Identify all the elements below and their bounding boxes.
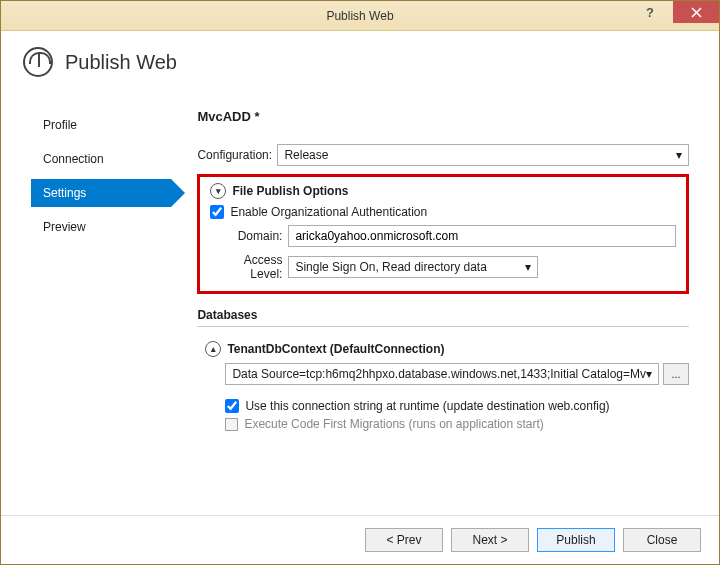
connection-string-value: Data Source=tcp:h6mq2hhpxo.database.wind… (232, 367, 646, 381)
exec-migrations-input[interactable] (225, 418, 238, 431)
access-level-value: Single Sign On, Read directory data (295, 260, 486, 274)
chevron-down-icon: ▾ (676, 148, 682, 162)
close-window-button[interactable] (673, 1, 719, 23)
db-context-name: TenantDbContext (DefaultConnection) (227, 342, 444, 356)
expand-icon[interactable]: ▴ (205, 341, 221, 357)
domain-label: Domain: (210, 229, 288, 243)
close-button[interactable]: Close (623, 528, 701, 552)
access-level-combo[interactable]: Single Sign On, Read directory data ▾ (288, 256, 538, 278)
enable-org-auth-input[interactable] (210, 205, 224, 219)
enable-org-auth-checkbox[interactable]: Enable Organizational Authentication (210, 205, 676, 219)
configuration-combo[interactable]: Release ▾ (277, 144, 689, 166)
access-level-label: Access Level: (210, 253, 288, 281)
collapse-icon[interactable]: ▾ (210, 183, 226, 199)
file-publish-options-group: ▾ File Publish Options Enable Organizati… (197, 174, 689, 294)
next-button[interactable]: Next > (451, 528, 529, 552)
sidebar-nav: Profile Connection Settings Preview (1, 91, 177, 515)
connection-string-combo[interactable]: Data Source=tcp:h6mq2hhpxo.database.wind… (225, 363, 659, 385)
use-connection-input[interactable] (225, 399, 239, 413)
file-publish-options-title: File Publish Options (232, 184, 348, 198)
close-icon (691, 7, 702, 18)
configuration-label: Configuration: (197, 148, 277, 162)
dialog-title: Publish Web (65, 51, 177, 74)
sidebar-item-profile[interactable]: Profile (31, 111, 177, 139)
sidebar-item-connection[interactable]: Connection (31, 145, 177, 173)
publish-web-dialog: Publish Web ? Publish Web Profile Connec… (0, 0, 720, 565)
sidebar-item-preview[interactable]: Preview (31, 213, 177, 241)
help-button[interactable]: ? (627, 1, 673, 23)
exec-migrations-label: Execute Code First Migrations (runs on a… (244, 417, 543, 431)
configuration-value: Release (284, 148, 328, 162)
chevron-down-icon: ▾ (646, 367, 652, 381)
exec-migrations-checkbox[interactable]: Execute Code First Migrations (runs on a… (225, 417, 689, 431)
connection-string-browse-button[interactable]: ... (663, 363, 689, 385)
enable-org-auth-label: Enable Organizational Authentication (230, 205, 427, 219)
use-connection-checkbox[interactable]: Use this connection string at runtime (u… (225, 399, 689, 413)
title-bar: Publish Web ? (1, 1, 719, 31)
dialog-header: Publish Web (1, 31, 719, 91)
sidebar-item-settings[interactable]: Settings (31, 179, 171, 207)
dialog-footer: < Prev Next > Publish Close (1, 515, 719, 564)
globe-icon (23, 47, 53, 77)
chevron-down-icon: ▾ (525, 260, 531, 274)
publish-button[interactable]: Publish (537, 528, 615, 552)
window-title: Publish Web (1, 9, 719, 23)
use-connection-label: Use this connection string at runtime (u… (245, 399, 609, 413)
prev-button[interactable]: < Prev (365, 528, 443, 552)
profile-name-label: MvcADD * (197, 109, 689, 124)
domain-input[interactable] (288, 225, 676, 247)
databases-section-title: Databases (197, 308, 689, 327)
settings-panel: MvcADD * Configuration: Release ▾ ▾ File… (177, 91, 719, 515)
